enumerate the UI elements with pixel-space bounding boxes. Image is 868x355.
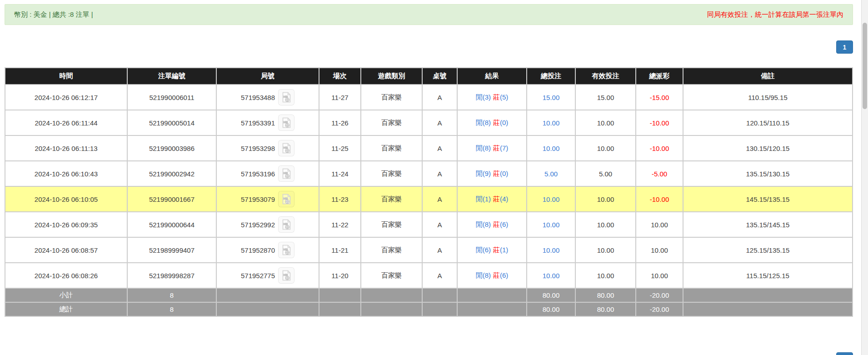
cell-game-type: 百家樂 — [361, 186, 422, 212]
cell-valid-bet: 10.00 — [575, 135, 636, 161]
cell-result: 閒(1)莊(4) — [457, 186, 527, 212]
round-number-text: 571952992 — [241, 221, 275, 229]
cell-session: 11-22 — [319, 212, 361, 237]
video-replay-button[interactable] — [278, 165, 294, 182]
pagination-page-1-top[interactable]: 1 — [836, 40, 853, 54]
cell-payout: -10.00 — [636, 186, 683, 212]
subtotal-count: 8 — [127, 288, 216, 302]
video-replay-button[interactable] — [278, 191, 294, 207]
video-replay-button[interactable] — [278, 267, 294, 284]
cell-total-bet[interactable]: 10.00 — [527, 237, 575, 263]
cell-valid-bet: 5.00 — [575, 161, 636, 186]
cell-payout: 10.00 — [636, 212, 683, 237]
video-replay-button[interactable] — [278, 89, 294, 105]
cell-valid-bet: 10.00 — [575, 263, 636, 288]
cell-total-bet[interactable]: 10.00 — [527, 135, 575, 161]
scrollbar-thumb[interactable] — [863, 23, 867, 109]
cell-result: 閒(8)莊(6) — [457, 212, 527, 237]
cell-table-code: A — [422, 237, 457, 263]
currency-info-bar: 幣別 : 美金 | 總共 :8 注單 | 同局有效投注，統一計算在該局第一張注單… — [5, 4, 853, 25]
result-player-score: 閒(8) — [476, 144, 491, 152]
result-banker-score: (4) — [500, 195, 508, 203]
cell-remark: 110.15/95.15 — [683, 85, 853, 110]
result-banker-score: (1) — [500, 246, 508, 254]
cell-payout: 10.00 — [636, 263, 683, 288]
grand-total-label: 總計 — [5, 302, 127, 316]
column-header-payout: 總派彩 — [636, 68, 683, 85]
cell-round-number: 571952992 — [216, 212, 319, 237]
cell-total-bet[interactable]: 10.00 — [527, 110, 575, 135]
cell-round-number: 571953079 — [216, 186, 319, 212]
cell-round-number: 571953298 — [216, 135, 319, 161]
cell-total-bet[interactable]: 15.00 — [527, 85, 575, 110]
cell-time: 2024-10-26 06:10:05 — [5, 186, 127, 212]
cell-payout: -10.00 — [636, 110, 683, 135]
round-number-text: 571953298 — [241, 145, 275, 152]
cell-remark: 125.15/135.15 — [683, 237, 853, 263]
bet-records-table-container: 時間 注單編號 局號 場次 遊戲類別 桌號 結果 總投注 有效投注 總派彩 備註… — [5, 67, 853, 317]
cell-game-type: 百家樂 — [361, 263, 422, 288]
grand-total-row: 總計 8 80.00 80.00 -20.00 — [5, 302, 853, 316]
grand-total-count: 8 — [127, 302, 216, 316]
table-header-row: 時間 注單編號 局號 場次 遊戲類別 桌號 結果 總投注 有效投注 總派彩 備註 — [5, 68, 853, 85]
cell-session: 11-23 — [319, 186, 361, 212]
subtotal-payout: -20.00 — [636, 288, 683, 302]
cell-table-code: A — [422, 161, 457, 186]
column-header-remark: 備註 — [683, 68, 853, 85]
cell-game-type: 百家樂 — [361, 85, 422, 110]
video-replay-button[interactable] — [278, 115, 294, 131]
cell-bet-number: 521989998287 — [127, 263, 216, 288]
cell-payout: -15.00 — [636, 85, 683, 110]
round-number-text: 571953079 — [241, 195, 275, 203]
round-number-text: 571952870 — [241, 246, 275, 254]
result-banker-label: 莊 — [493, 144, 500, 152]
result-player-score: 閒(8) — [476, 220, 491, 228]
cell-valid-bet: 10.00 — [575, 110, 636, 135]
grand-total-valid-bet: 80.00 — [575, 302, 636, 316]
video-replay-icon — [280, 193, 292, 205]
cell-session: 11-25 — [319, 135, 361, 161]
cell-time: 2024-10-26 06:08:26 — [5, 263, 127, 288]
pagination-page-1-bottom[interactable]: 1 — [836, 352, 853, 355]
cell-total-bet[interactable]: 5.00 — [527, 161, 575, 186]
column-header-session: 場次 — [319, 68, 361, 85]
cell-payout: 10.00 — [636, 237, 683, 263]
cell-game-type: 百家樂 — [361, 161, 422, 186]
video-replay-icon — [280, 168, 292, 180]
cell-time: 2024-10-26 06:10:43 — [5, 161, 127, 186]
cell-table-code: A — [422, 263, 457, 288]
result-banker-label: 莊 — [493, 220, 500, 228]
column-header-bet-number: 注單編號 — [127, 68, 216, 85]
result-player-score: 閒(3) — [476, 93, 491, 101]
result-banker-label: 莊 — [493, 246, 500, 254]
video-replay-button[interactable] — [278, 242, 294, 258]
cell-payout: -10.00 — [636, 135, 683, 161]
video-replay-button[interactable] — [278, 140, 294, 156]
result-banker-label: 莊 — [493, 195, 500, 203]
result-banker-score: (7) — [500, 144, 508, 152]
video-replay-button[interactable] — [278, 216, 294, 233]
cell-game-type: 百家樂 — [361, 110, 422, 135]
cell-result: 閒(8)莊(6) — [457, 263, 527, 288]
cell-total-bet[interactable]: 10.00 — [527, 186, 575, 212]
cell-remark: 130.15/120.15 — [683, 135, 853, 161]
cell-total-bet[interactable]: 10.00 — [527, 263, 575, 288]
cell-result: 閒(6)莊(1) — [457, 237, 527, 263]
cell-bet-number: 521990002942 — [127, 161, 216, 186]
cell-bet-number: 521990006011 — [127, 85, 216, 110]
currency-summary-text: 幣別 : 美金 | 總共 :8 注單 | — [14, 10, 93, 19]
summary-section: 小計 8 80.00 80.00 -20.00 總計 8 80 — [5, 288, 853, 316]
cell-round-number: 571953196 — [216, 161, 319, 186]
cell-payout: -5.00 — [636, 161, 683, 186]
video-replay-icon — [280, 219, 292, 230]
vertical-scrollbar[interactable] — [861, 0, 868, 355]
cell-remark: 120.15/110.15 — [683, 110, 853, 135]
cell-bet-number: 521989999407 — [127, 237, 216, 263]
cell-table-code: A — [422, 135, 457, 161]
bet-records-table: 時間 注單編號 局號 場次 遊戲類別 桌號 結果 總投注 有效投注 總派彩 備註… — [5, 67, 853, 317]
cell-total-bet[interactable]: 10.00 — [527, 212, 575, 237]
result-banker-score: (6) — [500, 271, 508, 279]
subtotal-valid-bet: 80.00 — [575, 288, 636, 302]
cell-session: 11-21 — [319, 237, 361, 263]
cell-session: 11-27 — [319, 85, 361, 110]
